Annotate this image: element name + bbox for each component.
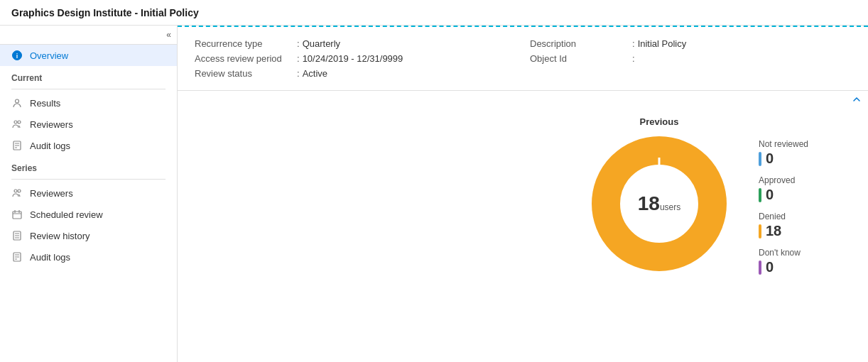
svg-point-4 <box>18 121 21 124</box>
legend-bar-not-reviewed <box>759 152 761 166</box>
sidebar-section-series: Series <box>0 156 177 176</box>
legend-label-denied: Denied <box>759 212 808 221</box>
sidebar-section-current: Current <box>0 66 177 86</box>
sidebar-item-label-review-history: Review history <box>30 231 90 241</box>
sidebar-item-reviewers-current[interactable]: Reviewers <box>0 114 177 135</box>
detail-access-review-period: Access review period : 10/24/2019 - 12/3… <box>195 53 516 64</box>
legend-item-approved: Approved 0 <box>759 175 808 203</box>
svg-point-9 <box>14 190 17 192</box>
legend-bar-approved <box>759 188 761 202</box>
top-bar: Graphics Design Institute - Initial Poli… <box>0 0 868 26</box>
person-icon <box>11 97 23 109</box>
detail-recurrence-type: Recurrence type : Quarterly <box>195 38 516 49</box>
sidebar-item-label-results: Results <box>30 98 60 109</box>
legend-item-dont-know: Don't know 0 <box>759 248 808 275</box>
sidebar-item-label-reviewers-current: Reviewers <box>30 119 73 130</box>
chart-wrapper: Previous 18users <box>588 116 730 275</box>
calendar-icon <box>11 209 23 220</box>
svg-point-2 <box>16 99 19 103</box>
detail-description: Description : Initial Policy <box>530 38 851 49</box>
donut-number: 18 <box>638 192 660 214</box>
collapse-icon[interactable]: « <box>166 30 171 40</box>
sidebar-collapse-button[interactable]: « <box>0 26 177 45</box>
audit-icon-current <box>11 140 23 151</box>
collapse-arrow-button[interactable] <box>178 91 868 108</box>
page-title: Graphics Design Institute - Initial Poli… <box>11 7 199 18</box>
details-grid: Recurrence type : Quarterly Access revie… <box>195 38 851 79</box>
legend-item-denied: Denied 18 <box>759 212 808 239</box>
svg-rect-11 <box>13 212 21 219</box>
svg-point-3 <box>14 121 17 124</box>
legend-bar-denied <box>759 224 761 238</box>
sidebar-item-label-scheduled-review: Scheduled review <box>30 209 103 220</box>
chart-section: Previous 18users Not reviewed <box>178 108 868 362</box>
sidebar: « i Overview Current Results <box>0 26 178 362</box>
donut-center: 18users <box>638 192 681 215</box>
donut-chart: 18users <box>588 133 730 275</box>
group-icon-series <box>11 187 23 199</box>
sidebar-divider-series <box>11 179 166 180</box>
sidebar-divider-current <box>11 89 166 89</box>
legend-value-denied: 18 <box>766 223 781 239</box>
svg-text:i: i <box>16 53 18 60</box>
legend-value-not-reviewed: 0 <box>766 150 774 167</box>
detail-review-status: Review status : Active <box>195 68 516 79</box>
group-icon-current <box>11 119 23 130</box>
sidebar-item-label-reviewers-series: Reviewers <box>30 188 73 199</box>
sidebar-item-label-audit-series: Audit logs <box>30 252 70 263</box>
main-layout: « i Overview Current Results <box>0 26 868 362</box>
chart-legend: Not reviewed 0 Approved 0 Denied <box>759 139 808 275</box>
legend-label-dont-know: Don't know <box>759 248 808 258</box>
svg-point-10 <box>18 190 21 192</box>
detail-object-id: Object Id : <box>530 53 851 64</box>
sidebar-item-review-history[interactable]: Review history <box>0 225 177 246</box>
info-icon: i <box>11 50 23 61</box>
main-content: Recurrence type : Quarterly Access revie… <box>178 26 868 362</box>
audit-icon-series <box>11 251 23 263</box>
legend-item-not-reviewed: Not reviewed 0 <box>759 139 808 167</box>
chart-title: Previous <box>640 116 679 127</box>
sidebar-item-audit-logs-current[interactable]: Audit logs <box>0 135 177 156</box>
legend-bar-dont-know <box>759 260 761 275</box>
details-right: Description : Initial Policy Object Id : <box>530 38 851 79</box>
sidebar-item-label-overview: Overview <box>30 50 68 61</box>
sidebar-item-overview[interactable]: i Overview <box>0 45 177 66</box>
legend-value-approved: 0 <box>766 187 774 203</box>
details-section: Recurrence type : Quarterly Access revie… <box>178 27 868 91</box>
legend-label-approved: Approved <box>759 175 808 185</box>
donut-users-label: users <box>660 202 680 212</box>
sidebar-item-reviewers-series[interactable]: Reviewers <box>0 182 177 204</box>
sidebar-item-audit-logs-series[interactable]: Audit logs <box>0 246 177 268</box>
legend-value-dont-know: 0 <box>766 259 774 275</box>
sidebar-item-results[interactable]: Results <box>0 92 177 114</box>
sidebar-item-scheduled-review[interactable]: Scheduled review <box>0 204 177 225</box>
details-left: Recurrence type : Quarterly Access revie… <box>195 38 516 79</box>
book-icon <box>11 230 23 241</box>
sidebar-item-label-audit-current: Audit logs <box>30 141 70 151</box>
legend-label-not-reviewed: Not reviewed <box>759 139 808 149</box>
